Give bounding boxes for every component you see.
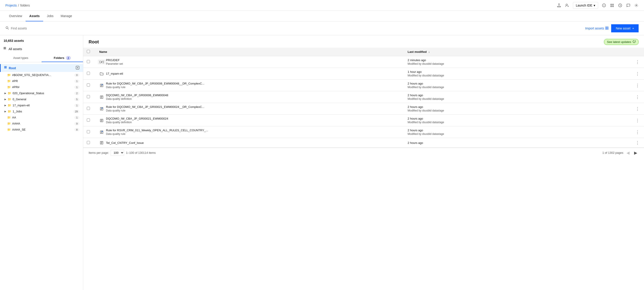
search-input[interactable]	[11, 26, 585, 30]
new-asset-label: New asset	[616, 26, 630, 30]
row-checkbox[interactable]	[87, 95, 90, 98]
items-per-page-select[interactable]: 100 50 25	[111, 150, 124, 156]
sidebar-tabs: Asset types Folders β	[0, 54, 83, 62]
all-assets-label: All assets	[8, 47, 22, 51]
row-modified-cell: 1 hour ago Modified by dsusbld datastage	[404, 68, 628, 80]
folder-item[interactable]: 📁 AAHA 9	[0, 120, 83, 126]
row-modified-cell: 2 minutes ago Modified by dsusbld datast…	[404, 56, 628, 68]
prev-page-button[interactable]: ◀	[625, 150, 631, 156]
folder-item[interactable]: 📁 #PR 1	[0, 78, 83, 84]
breadcrumb-separator: /	[18, 4, 19, 7]
svg-rect-19	[6, 66, 6, 67]
row-actions-cell: ⋮	[628, 56, 644, 68]
svg-point-8	[636, 5, 637, 6]
row-more-button[interactable]: ⋮	[634, 130, 640, 135]
assets-count: 10,653 assets	[0, 39, 83, 45]
row-checkbox[interactable]	[87, 107, 90, 110]
row-checkbox[interactable]	[87, 60, 90, 63]
folder-root-add-icon[interactable]	[76, 66, 80, 70]
folder-item[interactable]: 📁 AAHA_SE 8	[0, 126, 83, 133]
folder-item[interactable]: ▶ 📁 020_Operational_Status 2	[0, 90, 83, 96]
asset-name[interactable]: Rule for DQCDMO_IW_CBA_JP_GR00006_EWM000…	[106, 82, 204, 85]
row-actions-cell: ⋮	[628, 103, 644, 115]
row-checkbox[interactable]	[87, 130, 90, 133]
modified-by: Modified by dsusbld datastage	[408, 109, 625, 112]
next-page-button[interactable]: ▶	[633, 150, 638, 156]
svg-rect-11	[607, 26, 608, 28]
asset-name[interactable]: 17_mpam-etl	[106, 72, 123, 75]
launch-ide-button[interactable]: Launch IDE ▾	[573, 2, 598, 9]
modified-by: Modified by dsusbld datastage	[408, 97, 625, 100]
refresh-icon	[632, 40, 636, 44]
row-checkbox[interactable]	[87, 84, 90, 86]
topbar: Projects / folders Launch IDE ▾	[0, 0, 644, 11]
folder-badge: 8	[74, 128, 80, 131]
tab-assets[interactable]: Assets	[26, 11, 43, 21]
actions-header	[628, 48, 644, 56]
folder-item[interactable]: 📁 #$GDW_STG_SEQUENTIA... 0	[0, 72, 83, 78]
row-actions-cell: ⋮	[628, 126, 644, 138]
asset-name[interactable]: DQCDMO_IW_CBA_JP_GR00006_EWM00048	[106, 94, 168, 97]
row-more-button[interactable]: ⋮	[634, 59, 640, 65]
row-more-button[interactable]: ⋮	[634, 140, 640, 146]
row-checkbox[interactable]	[87, 118, 90, 122]
tab-jobs[interactable]: Jobs	[43, 11, 57, 21]
grid-icon[interactable]	[610, 3, 614, 8]
tab-manage[interactable]: Manage	[57, 11, 76, 21]
person-add-icon[interactable]	[565, 3, 569, 8]
folder-label: AAHA	[12, 122, 20, 125]
asset-name[interactable]: DQCDMO_IW_CBA_JP_GR00021_EWM00024	[106, 117, 168, 120]
tab-overview[interactable]: Overview	[6, 11, 26, 21]
asset-name[interactable]: PROJDEF	[106, 58, 123, 62]
asset-name[interactable]: Rule for RSVR_CRM_011_Weekly_OPEN_ALL_RU…	[106, 128, 208, 132]
folder-item[interactable]: ▶ 📁 1_Jobs 29	[0, 108, 83, 114]
row-checkbox[interactable]	[87, 141, 90, 144]
items-range-label: 1–100 of 130114 items	[126, 151, 156, 154]
sidebar-tab-folders[interactable]: Folders β	[42, 54, 83, 62]
table-row: 17_mpam-etl 1 hour ago Modified by dsusb…	[83, 68, 644, 80]
row-checkbox-cell	[83, 56, 96, 68]
import-assets-button[interactable]: Import assets	[585, 26, 608, 30]
row-more-button[interactable]: ⋮	[634, 106, 640, 112]
name-header[interactable]: Name	[96, 48, 404, 56]
folder-item[interactable]: ▶ 📁 17_mpam-etl 1	[0, 102, 83, 108]
folder-item[interactable]: 📁 #PR# 1	[0, 84, 83, 90]
chat-icon[interactable]	[626, 3, 630, 8]
row-more-button[interactable]: ⋮	[634, 83, 640, 88]
sidebar-tab-asset-types[interactable]: Asset types	[0, 54, 42, 62]
modified-time: 2 hours ago	[408, 128, 625, 132]
svg-rect-20	[4, 68, 6, 68]
row-checkbox-cell	[83, 80, 96, 91]
modified-by: Modified by dsusbld datastage	[408, 86, 625, 89]
modified-time: 2 hours ago	[408, 82, 625, 85]
folder-root[interactable]: Root	[0, 64, 83, 72]
row-more-button[interactable]: ⋮	[634, 118, 640, 123]
history-icon[interactable]	[618, 3, 622, 8]
asset-name[interactable]: Tel_Cel_CNTRY_Conf_Issue	[106, 141, 144, 144]
last-modified-header[interactable]: Last modified ↓	[404, 48, 628, 56]
asset-name[interactable]: Rule for DQCDMO_IW_CBA_JP_GR00021_EWM000…	[106, 105, 204, 108]
footer-right: 1 of 1302 pages ◀ ▶	[602, 150, 638, 156]
settings-icon[interactable]	[634, 3, 638, 8]
new-asset-button[interactable]: New asset +	[611, 24, 638, 32]
modified-time: 2 hours ago	[408, 94, 625, 97]
row-actions-cell: ⋮	[628, 115, 644, 126]
projects-link[interactable]: Projects	[6, 4, 17, 7]
folder-item[interactable]: 📁 AA 1	[0, 114, 83, 120]
upload-icon[interactable]	[557, 3, 561, 8]
svg-rect-12	[606, 28, 607, 29]
launch-ide-chevron-icon: ▾	[594, 4, 595, 7]
row-more-button[interactable]: ⋮	[634, 71, 640, 76]
row-modified-cell: 2 hours ago Modified by dsusbld datastag…	[404, 126, 628, 138]
row-checkbox-cell	[83, 68, 96, 80]
info-icon[interactable]	[602, 3, 606, 8]
row-more-button[interactable]: ⋮	[634, 94, 640, 100]
folder-item[interactable]: ▶ 📁 0_General 5	[0, 96, 83, 102]
folder-icon: 📁	[8, 98, 11, 101]
search-wrap	[6, 26, 585, 30]
asset-type-label: Data quality rule	[106, 86, 204, 89]
select-all-checkbox[interactable]	[87, 50, 90, 53]
see-latest-updates-button[interactable]: See latest updates	[604, 39, 638, 45]
row-checkbox[interactable]	[87, 72, 90, 75]
all-assets-item[interactable]: All assets	[0, 45, 83, 52]
